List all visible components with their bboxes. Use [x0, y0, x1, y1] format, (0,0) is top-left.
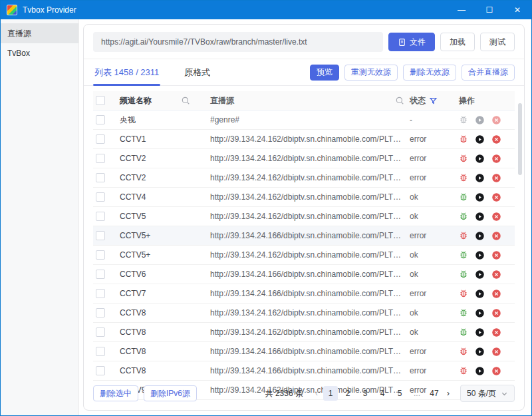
- row-checkbox[interactable]: [96, 347, 105, 356]
- row-checkbox[interactable]: [96, 270, 105, 279]
- test-bug-icon[interactable]: [459, 327, 468, 337]
- channel-cell: CCTV5: [117, 212, 178, 221]
- play-icon[interactable]: [475, 115, 485, 125]
- channel-cell: CCTV6: [117, 270, 178, 279]
- source-cell: http://39.134.24.162/dbiptv.sn.chinamobi…: [210, 212, 404, 221]
- row-checkbox[interactable]: [96, 231, 105, 240]
- row-checkbox[interactable]: [96, 115, 105, 124]
- test-bug-icon[interactable]: [459, 115, 468, 124]
- page-number[interactable]: 5: [392, 386, 407, 401]
- page-number[interactable]: 2: [340, 386, 355, 401]
- row-checkbox[interactable]: [96, 173, 105, 182]
- play-icon[interactable]: [475, 212, 485, 222]
- play-icon[interactable]: [475, 308, 485, 318]
- merge-sources-button[interactable]: 合并直播源: [462, 65, 515, 81]
- remove-icon[interactable]: [491, 270, 501, 280]
- retest-invalid-button[interactable]: 重测无效源: [344, 65, 398, 81]
- play-icon[interactable]: [475, 347, 485, 357]
- play-icon[interactable]: [475, 231, 485, 241]
- remove-icon[interactable]: [491, 173, 501, 183]
- test-bug-icon[interactable]: [459, 250, 468, 260]
- remove-icon[interactable]: [491, 192, 501, 202]
- minimize-button[interactable]: —: [448, 1, 475, 19]
- table-row: CCTV2 http://39.134.24.162/dbiptv.sn.chi…: [93, 149, 515, 168]
- source-search-icon[interactable]: [395, 96, 404, 105]
- page-number[interactable]: 3: [358, 386, 372, 401]
- table-row: CCTV8 http://39.134.24.162/dbiptv.sn.chi…: [93, 304, 515, 323]
- play-icon[interactable]: [475, 134, 485, 144]
- play-icon[interactable]: [475, 173, 485, 183]
- sidebar-item-tvbox[interactable]: TvBox: [1, 43, 78, 63]
- tab-raw-format[interactable]: 原格式: [183, 59, 211, 85]
- remove-icon[interactable]: [491, 231, 501, 241]
- remove-icon[interactable]: [491, 250, 501, 260]
- test-bug-icon[interactable]: [459, 308, 468, 317]
- play-icon[interactable]: [475, 327, 485, 337]
- play-icon[interactable]: [475, 270, 485, 280]
- play-icon[interactable]: [475, 366, 485, 376]
- select-all-checkbox[interactable]: [96, 96, 105, 105]
- next-page-icon[interactable]: ›: [444, 389, 452, 398]
- remove-icon[interactable]: [491, 366, 501, 376]
- page-size-select[interactable]: 50 条/页: [460, 385, 515, 402]
- page-number[interactable]: 47: [427, 386, 442, 401]
- test-bug-icon[interactable]: [459, 173, 468, 182]
- chevron-down-icon: [501, 390, 508, 397]
- tab-list[interactable]: 列表 1458 / 2311: [93, 59, 160, 85]
- load-button[interactable]: 加载: [440, 33, 475, 51]
- table-header: 频道名称 直播源: [93, 91, 515, 110]
- row-checkbox[interactable]: [96, 134, 105, 144]
- test-bug-icon[interactable]: [459, 154, 468, 163]
- remove-icon[interactable]: [491, 212, 501, 222]
- delete-selected-button[interactable]: 删除选中: [93, 385, 138, 401]
- remove-icon[interactable]: [491, 327, 501, 337]
- row-checkbox[interactable]: [96, 250, 105, 260]
- preview-button[interactable]: 预览: [310, 65, 339, 81]
- source-cell: http://39.134.24.166/dbiptv.sn.chinamobi…: [210, 289, 404, 298]
- row-checkbox[interactable]: [96, 154, 105, 163]
- row-checkbox[interactable]: [96, 308, 105, 317]
- row-checkbox[interactable]: [96, 289, 105, 298]
- close-button[interactable]: ✕: [503, 1, 531, 19]
- page-number[interactable]: 1: [323, 386, 338, 401]
- remove-icon[interactable]: [491, 154, 501, 164]
- source-cell: http://39.134.24.166/dbiptv.sn.chinamobi…: [210, 270, 404, 279]
- sidebar-item-live-source[interactable]: 直播源: [1, 23, 78, 43]
- test-bug-icon[interactable]: [459, 231, 468, 240]
- test-bug-icon[interactable]: [459, 192, 468, 202]
- play-icon[interactable]: [475, 289, 485, 299]
- table-scrollbar[interactable]: [518, 103, 522, 175]
- play-icon[interactable]: [475, 250, 485, 260]
- remove-icon[interactable]: [491, 134, 501, 144]
- test-bug-icon[interactable]: [459, 270, 468, 279]
- column-operation: 操作: [456, 95, 515, 106]
- prev-page-icon[interactable]: ‹: [313, 389, 321, 398]
- row-checkbox[interactable]: [96, 212, 105, 221]
- tab-actions: 预览 重测无效源 删除无效源 合并直播源: [310, 65, 515, 81]
- titlebar: Tvbox Provider — ☐ ✕: [1, 1, 531, 19]
- delete-invalid-button[interactable]: 删除无效源: [403, 65, 456, 81]
- remove-icon[interactable]: [491, 115, 501, 125]
- row-checkbox[interactable]: [96, 327, 105, 337]
- remove-icon[interactable]: [491, 347, 501, 357]
- table-row: CCTV5+ http://39.134.24.162/dbiptv.sn.ch…: [93, 246, 515, 265]
- test-bug-icon[interactable]: [459, 134, 468, 144]
- play-icon[interactable]: [475, 192, 485, 202]
- file-button[interactable]: 文件: [388, 33, 435, 51]
- row-checkbox[interactable]: [96, 192, 105, 202]
- play-icon[interactable]: [475, 154, 485, 164]
- test-bug-icon[interactable]: [459, 212, 468, 221]
- test-bug-icon[interactable]: [459, 347, 468, 356]
- channel-search-icon[interactable]: [181, 96, 190, 105]
- maximize-button[interactable]: ☐: [475, 1, 503, 19]
- test-bug-icon[interactable]: [459, 366, 468, 375]
- remove-icon[interactable]: [491, 308, 501, 318]
- status-filter-icon[interactable]: [429, 97, 438, 105]
- test-bug-icon[interactable]: [459, 289, 468, 298]
- remove-icon[interactable]: [491, 289, 501, 299]
- delete-ipv6-button[interactable]: 删除IPv6源: [144, 385, 197, 401]
- source-url-input[interactable]: [93, 32, 383, 52]
- page-number[interactable]: 4: [375, 386, 390, 401]
- row-checkbox[interactable]: [96, 366, 105, 375]
- test-button[interactable]: 测试: [480, 33, 515, 51]
